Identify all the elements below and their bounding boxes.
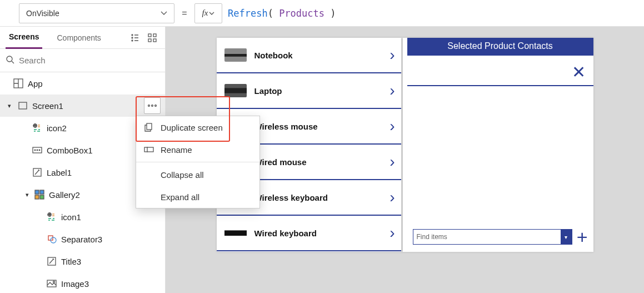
tree-node-label: App (28, 79, 161, 88)
app-icon (12, 78, 24, 88)
tab-components[interactable]: Components (53, 27, 104, 49)
tree-node-separator3[interactable]: Separator3 (0, 228, 165, 250)
add-button[interactable]: + (577, 227, 588, 246)
formula-input[interactable]: Refresh( Products ) (227, 8, 336, 19)
product-name: Wired mouse (254, 157, 382, 167)
product-thumb (224, 84, 247, 97)
tab-screens[interactable]: Screens (6, 27, 42, 49)
fx-label: fx (202, 8, 208, 18)
expand-icon[interactable]: ▾ (23, 191, 31, 198)
svg-rect-21 (35, 195, 39, 199)
svg-point-12 (155, 105, 157, 107)
product-name: Notebook (254, 51, 382, 60)
svg-rect-5 (148, 39, 151, 42)
product-name: Wireless keyboard (254, 193, 382, 202)
property-selector-label: OnVisible (26, 9, 59, 18)
menu-label: Expand all (161, 192, 199, 202)
menu-rename[interactable]: Rename (136, 138, 259, 161)
svg-rect-9 (19, 102, 27, 109)
equals-sign: = (174, 8, 194, 18)
product-name: Wireless mouse (254, 122, 382, 131)
label-icon (46, 257, 58, 266)
chevron-down-icon (161, 9, 167, 18)
panel-footer: Find items ▾ + (407, 224, 593, 252)
fx-button[interactable]: fx (194, 3, 222, 23)
product-name: Wired keyboard (254, 229, 382, 238)
product-thumb (224, 48, 247, 62)
tab-label: Components (57, 33, 101, 42)
contacts-panel: Selected Product Contacts ✕ Find items ▾… (407, 38, 593, 252)
menu-label: Rename (161, 145, 192, 155)
tree-node-icon1[interactable]: icon1 (0, 206, 165, 228)
product-name: Laptop (254, 86, 382, 96)
svg-point-15 (34, 150, 36, 151)
svg-point-28 (53, 281, 55, 283)
svg-rect-22 (40, 195, 44, 199)
close-icon[interactable]: ✕ (572, 56, 593, 85)
tree-node-label: Title3 (61, 257, 161, 266)
svg-point-10 (148, 105, 150, 107)
svg-point-0 (132, 34, 133, 36)
search-input[interactable] (19, 56, 159, 65)
property-selector[interactable]: OnVisible (19, 3, 174, 23)
svg-point-17 (39, 150, 40, 151)
gallery-item[interactable]: Notebook › (217, 38, 403, 73)
duplicate-icon (144, 123, 154, 132)
tree-node-title3[interactable]: Title3 (0, 250, 165, 272)
list-view-icon[interactable] (128, 31, 143, 45)
svg-rect-3 (148, 34, 151, 37)
label-icon (31, 168, 43, 177)
svg-rect-29 (147, 123, 152, 130)
tree-node-label: Screen1 (32, 101, 144, 111)
menu-label: Duplicate screen (161, 123, 223, 132)
menu-expand-all[interactable]: Expand all (136, 186, 259, 208)
svg-rect-19 (35, 190, 39, 194)
chevron-down-icon (209, 11, 214, 16)
svg-point-1 (132, 37, 133, 38)
image-icon (46, 280, 58, 287)
find-items-combobox[interactable]: Find items ▾ (413, 229, 572, 245)
product-thumb (224, 226, 247, 240)
search-icon (6, 55, 19, 66)
chevron-right-icon[interactable]: › (390, 46, 395, 64)
tree-node-label: icon1 (61, 212, 161, 222)
menu-duplicate-screen[interactable]: Duplicate screen (136, 116, 259, 138)
combobox-icon (31, 147, 43, 153)
workspace: Screens Components App ▾ (0, 27, 644, 293)
rename-icon (144, 146, 154, 153)
svg-point-2 (132, 40, 133, 41)
tree-node-screen1[interactable]: ▾ Screen1 (0, 95, 165, 117)
context-menu: Duplicate screen Rename Collapse all Exp… (136, 116, 260, 208)
chevron-right-icon[interactable]: › (390, 188, 395, 206)
chevron-down-icon[interactable]: ▾ (561, 230, 572, 244)
tree-node-image3[interactable]: Image3 (0, 272, 165, 293)
chevron-right-icon[interactable]: › (390, 224, 395, 242)
chevron-right-icon[interactable]: › (390, 153, 395, 171)
svg-point-11 (152, 105, 153, 107)
menu-label: Collapse all (161, 170, 204, 180)
group-icon (46, 212, 58, 222)
tree-node-app[interactable]: App (0, 72, 165, 95)
gallery-item[interactable]: Wired keyboard › (217, 216, 403, 251)
tree-search (0, 49, 165, 72)
svg-rect-20 (40, 190, 44, 194)
tree-node-label: Separator3 (61, 235, 161, 244)
chevron-right-icon[interactable]: › (390, 117, 395, 135)
menu-collapse-all[interactable]: Collapse all (136, 163, 259, 186)
expand-icon[interactable]: ▾ (6, 102, 13, 110)
svg-rect-4 (153, 34, 156, 37)
svg-rect-30 (144, 147, 153, 152)
screen-icon (17, 102, 29, 110)
tree-node-label: Image3 (61, 279, 161, 289)
gallery-item[interactable]: Laptop › (217, 73, 403, 109)
formula-token-function: Refresh (228, 8, 268, 19)
more-options-button[interactable] (144, 97, 161, 114)
svg-point-16 (37, 150, 38, 151)
group-icon (31, 123, 43, 133)
separator-icon (46, 235, 58, 244)
grid-view-icon[interactable] (145, 31, 159, 45)
formula-bar: OnVisible = fx Refresh( Products ) (0, 0, 644, 27)
tab-label: Screens (9, 32, 39, 41)
chevron-right-icon[interactable]: › (390, 82, 395, 100)
gallery-icon (33, 190, 46, 200)
